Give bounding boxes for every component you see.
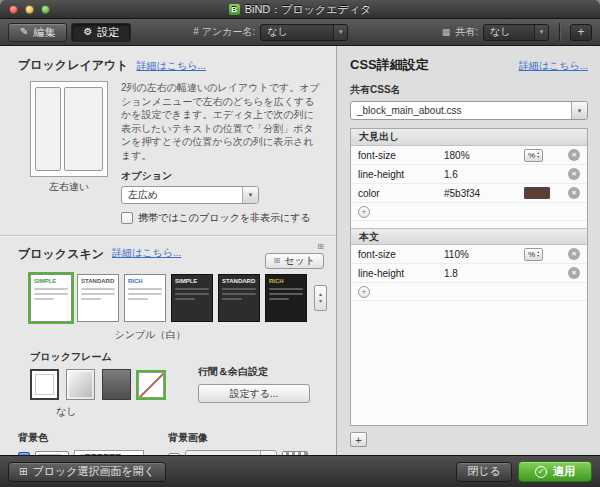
text-line (81, 298, 101, 300)
text-line (81, 293, 115, 295)
layout-preview (30, 81, 108, 177)
css-property-row: line-height 1.8 × (351, 264, 587, 283)
unit-stepper[interactable]: % ▴▾ (524, 149, 543, 162)
skin-set-label: セット (284, 254, 315, 268)
block-skin-title: ブロックスキン (18, 246, 104, 263)
add-property-button[interactable]: + (358, 206, 370, 218)
chevron-down-icon: ▾ (333, 25, 347, 40)
skin-thumb-label: STANDARD (222, 278, 256, 285)
remove-property-button[interactable]: × (568, 149, 580, 161)
add-property-button[interactable]: + (358, 286, 370, 298)
background-pattern-button[interactable] (282, 451, 308, 456)
tab-settings[interactable]: ⚙ 設定 (71, 23, 131, 42)
css-property-value[interactable]: 1.8 (444, 268, 524, 279)
window-title: B BiND：ブロックエディタ (229, 2, 372, 17)
apply-button-label: 適用 (553, 464, 575, 479)
css-property-name: line-height (358, 169, 444, 180)
window-controls (9, 5, 50, 14)
chevron-down-icon: ▾ (63, 455, 68, 456)
window-title-text: BiND：ブロックエディタ (245, 2, 372, 17)
close-window-button[interactable] (9, 5, 18, 14)
remove-property-button[interactable]: × (568, 267, 580, 279)
skin-option-simple-dark[interactable]: SIMPLE (171, 274, 213, 322)
frame-option-gray[interactable] (66, 369, 95, 400)
zoom-window-button[interactable] (41, 5, 50, 14)
css-property-value[interactable]: 180% (444, 150, 524, 161)
text-line (34, 298, 54, 300)
frame-list (30, 369, 188, 400)
add-property-row: + (351, 283, 587, 301)
remove-property-button[interactable]: × (568, 248, 580, 260)
text-line (81, 288, 115, 290)
check-circle-icon: ✓ (535, 466, 547, 478)
css-property-value[interactable]: #5b3f34 (444, 188, 524, 199)
option-label: オプション (121, 169, 320, 183)
selected-skin-name: シンプル（白） (0, 328, 300, 342)
share-value: なし (490, 25, 510, 39)
skin-thumb-label: STANDARD (81, 278, 115, 285)
background-image-checkbox[interactable] (168, 453, 180, 455)
close-button[interactable]: 閉じる (456, 462, 512, 482)
remove-property-button[interactable]: × (568, 168, 580, 180)
grid-icon: ⊞ (274, 257, 281, 265)
css-property-value[interactable]: 1.6 (444, 169, 524, 180)
background-color-swatch[interactable]: ▾ (35, 451, 69, 456)
frame-option-none[interactable] (138, 372, 164, 398)
block-skin-details-link[interactable]: 詳細はこちら... (112, 246, 181, 260)
skin-option-standard-light[interactable]: STANDARD (77, 274, 119, 322)
remove-property-button[interactable]: × (568, 187, 580, 199)
css-section-heading-body: 本文 (351, 228, 587, 245)
text-line (128, 298, 148, 300)
toolbar: ✎ 編集 ⚙ 設定 # アンカー名: なし ▾ ▦ 共有: なし ▾ + (0, 19, 600, 46)
skin-option-simple-light[interactable]: SIMPLE (30, 274, 72, 322)
skin-thumb-label: RICH (128, 278, 162, 285)
skin-set-button[interactable]: ⊞ セット (265, 253, 324, 269)
skin-thumb-label: SIMPLE (175, 278, 209, 285)
open-block-selector-button[interactable]: ⊞ ブロック選択画面を開く (8, 462, 166, 482)
css-property-value[interactable]: 110% (444, 249, 524, 260)
skin-thumb-label: SIMPLE (34, 278, 68, 285)
shared-css-value: _block_main_about.css (357, 105, 462, 116)
tab-edit[interactable]: ✎ 編集 (8, 23, 67, 42)
pencil-icon: ✎ (20, 27, 28, 37)
shared-css-select[interactable]: _block_main_about.css ▾ (350, 101, 588, 120)
chevron-up-icon: ▴ (319, 291, 322, 298)
skin-option-standard-dark[interactable]: STANDARD (218, 274, 260, 322)
apply-button[interactable]: ✓ 適用 (518, 461, 592, 482)
frame-option-dark[interactable] (102, 369, 131, 400)
text-line (175, 288, 209, 290)
block-layout-details-link[interactable]: 詳細はこちら... (137, 59, 206, 73)
skin-scroll-control[interactable]: ▴ ▾ (314, 285, 327, 311)
share-select[interactable]: なし ▾ (483, 24, 549, 41)
spacing-settings-button[interactable]: 設定する... (198, 384, 310, 403)
toolbar-separator (559, 23, 560, 41)
css-details-link[interactable]: 詳細はこちら... (519, 59, 588, 73)
css-color-swatch[interactable] (524, 187, 550, 199)
text-line (175, 293, 209, 295)
text-line (222, 293, 256, 295)
mobile-hide-checkbox[interactable] (121, 212, 133, 224)
add-section-button[interactable]: + (350, 432, 367, 447)
skin-option-rich-light[interactable]: RICH (124, 274, 166, 322)
chevron-down-icon: ▾ (534, 25, 548, 40)
anchor-value: なし (267, 25, 287, 39)
frame-option-outline[interactable] (30, 369, 59, 400)
skin-thumb-label: RICH (269, 278, 303, 285)
minimize-window-button[interactable] (25, 5, 34, 14)
add-button[interactable]: + (570, 24, 592, 41)
layout-option-value: 左広め (128, 188, 158, 202)
skin-option-rich-dark[interactable]: RICH (265, 274, 307, 322)
text-line (269, 288, 303, 290)
layout-option-select[interactable]: 左広め ▾ (121, 186, 259, 204)
unit-label: % (528, 151, 535, 160)
close-button-label: 閉じる (467, 464, 501, 479)
css-properties-card: 大見出し font-size 180% % ▴▾ × line-height 1… (350, 128, 588, 426)
grid-icon: ⊞ (317, 243, 324, 251)
tab-settings-label: 設定 (97, 25, 119, 40)
anchor-select[interactable]: なし ▾ (260, 24, 348, 41)
background-color-input[interactable] (74, 450, 144, 455)
background-color-checkbox[interactable]: ✓ (18, 452, 30, 455)
text-line (269, 298, 289, 300)
background-image-select[interactable]: ▾ (185, 450, 277, 455)
unit-stepper[interactable]: % ▴▾ (524, 248, 543, 261)
